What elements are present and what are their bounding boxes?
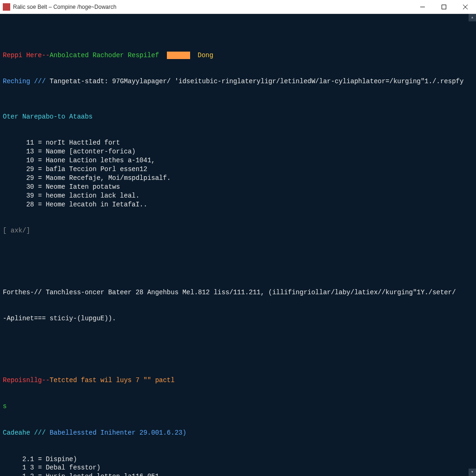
output-line: 29 = bafla Teccion Porl essen12: [3, 165, 473, 174]
output-line: 1 3 = Debal fesstor): [3, 463, 473, 472]
scroll-up-button[interactable]: ▴: [469, 14, 476, 21]
section2-title: Cadeahe /// Babellessted Inihenter 29.00…: [3, 429, 473, 437]
output-line: 1 2 = Hurin locted letten la116.051: [3, 472, 473, 476]
app-icon: [3, 3, 10, 11]
prompt: [ axk/]: [3, 226, 473, 235]
section1-title: Oter Narepabo-to Ataabs: [3, 112, 473, 121]
titlebar[interactable]: Ralic soe Belt – Compine /hoge~Dowarch: [0, 0, 476, 14]
repo-line: Repoisnllg--Tetcted fast wil luys 7 "" p…: [3, 376, 473, 385]
header-line: Reppi Here--Anbolcated Rachoder Respilef…: [3, 51, 473, 60]
app-window: Ralic soe Belt – Compine /hoge~Dowarch ▴…: [0, 0, 476, 476]
output-line: 2.1 = Dispine): [3, 455, 473, 464]
output-line: 30 = Neome Iaten potatws: [3, 183, 473, 192]
output-line: 11 = norIt Hacttled fort: [3, 139, 473, 147]
output-line: 10 = Haone Laction lethes a-1041,: [3, 156, 473, 165]
window-controls: [412, 0, 476, 14]
forthes-line2: -Aplinet=== sticiy-(lupguE)).: [3, 314, 473, 323]
output-line: 13 = Naome [actonter-forica): [3, 147, 473, 156]
terminal-output[interactable]: ▴ Reppi Here--Anbolcated Rachoder Respil…: [0, 14, 476, 476]
close-button[interactable]: [455, 0, 476, 14]
maximize-button[interactable]: [433, 0, 455, 14]
svg-rect-1: [442, 5, 446, 9]
minimize-button[interactable]: [412, 0, 433, 14]
output-line: 29 = Maome Recefaje, Moi/mspdlpisalf.: [3, 174, 473, 183]
window-title: Ralic soe Belt – Compine /hoge~Dowarch: [13, 4, 412, 10]
output-line: 28 = Heome lecatoh in IetafaI..: [3, 200, 473, 209]
s-line: s: [3, 402, 473, 411]
scroll-down-button[interactable]: ▾: [469, 469, 476, 476]
reching-line: Reching /// Tangetat-stadt: 97GMayylapag…: [3, 77, 473, 86]
forthes-line1: Forthes-// Tanchless-oncer Bateer 28 Ang…: [3, 288, 473, 297]
status-badge: [167, 52, 190, 59]
output-line: 39 = heome laction lack leal.: [3, 192, 473, 200]
